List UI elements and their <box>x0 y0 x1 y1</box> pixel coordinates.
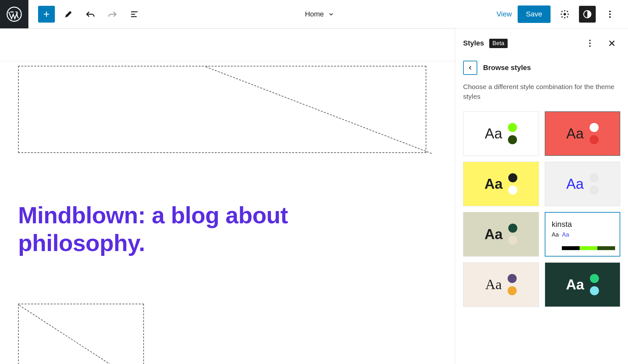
svg-point-8 <box>589 46 591 47</box>
settings-button[interactable] <box>556 6 573 23</box>
style-typography-sample: Aa <box>566 277 584 293</box>
image-placeholder-top[interactable] <box>18 66 426 153</box>
style-variation-card[interactable]: kinsta AaAa <box>545 212 621 257</box>
style-title: kinsta <box>552 220 572 229</box>
style-variation-card[interactable]: Aa <box>463 162 539 206</box>
style-variation-card[interactable]: Aa <box>463 111 539 156</box>
svg-point-4 <box>609 13 611 15</box>
beta-badge: Beta <box>489 39 508 48</box>
template-selector[interactable]: Home <box>143 10 497 18</box>
chevron-left-icon <box>467 65 473 71</box>
style-color-bars <box>562 246 615 250</box>
sidebar-header: Styles Beta <box>455 28 628 58</box>
style-color-dots <box>590 274 599 295</box>
styles-sidebar: Styles Beta Browse styles Choose a diffe… <box>455 28 628 364</box>
more-options-button[interactable] <box>602 6 618 23</box>
sidebar-more-button[interactable] <box>582 35 598 52</box>
toolbar-left-group <box>28 6 143 23</box>
style-color-dots <box>508 274 517 295</box>
style-typography-sample: Aa <box>485 126 502 142</box>
svg-point-7 <box>589 43 591 44</box>
document-overview-button[interactable] <box>126 6 143 23</box>
browse-header: Browse styles <box>463 61 620 75</box>
style-variation-card[interactable]: Aa <box>463 262 539 307</box>
style-variation-card[interactable]: Aa <box>545 111 621 156</box>
svg-point-5 <box>609 16 611 18</box>
style-color-dots <box>508 224 517 245</box>
style-color-dots <box>508 123 517 144</box>
sidebar-title: Styles <box>463 39 484 47</box>
style-variation-card[interactable]: Aa <box>545 262 621 307</box>
chevron-down-icon <box>328 11 334 17</box>
browse-styles-section: Browse styles Choose a different style c… <box>455 58 628 108</box>
style-typography-sample: AaAa <box>552 231 569 238</box>
style-color-dots <box>590 173 599 195</box>
canvas-divider <box>0 61 455 61</box>
styles-grid: Aa Aa Aa Aa Aa <box>455 108 628 310</box>
add-block-button[interactable] <box>38 6 55 23</box>
svg-point-1 <box>563 13 566 15</box>
style-typography-sample: Aa <box>566 126 584 142</box>
browse-title: Browse styles <box>483 64 531 72</box>
style-color-dots <box>508 173 517 195</box>
style-color-dots <box>590 123 599 144</box>
styles-panel-button[interactable] <box>579 6 596 23</box>
back-button[interactable] <box>463 61 477 75</box>
main-wrapper: Mindblown: a blog about philosophy. Styl… <box>0 28 628 364</box>
style-variation-card[interactable]: Aa <box>545 162 621 206</box>
save-button[interactable]: Save <box>518 5 551 23</box>
wordpress-logo[interactable] <box>0 0 28 28</box>
style-variation-card[interactable]: Aa <box>463 212 539 257</box>
edit-button[interactable] <box>60 6 77 23</box>
style-typography-sample: Aa <box>484 226 502 242</box>
close-sidebar-button[interactable] <box>603 35 620 52</box>
view-link[interactable]: View <box>497 10 512 18</box>
style-typography-sample: Aa <box>484 176 502 192</box>
redo-button[interactable] <box>104 6 121 23</box>
style-typography-sample: Aa <box>566 176 584 192</box>
undo-button[interactable] <box>82 6 99 23</box>
svg-point-3 <box>609 10 611 12</box>
page-heading[interactable]: Mindblown: a blog about philosophy. <box>18 201 334 257</box>
editor-canvas[interactable]: Mindblown: a blog about philosophy. <box>0 28 455 364</box>
top-toolbar: Home View Save <box>0 0 628 28</box>
toolbar-right-group: View Save <box>497 5 628 23</box>
style-typography-sample: Aa <box>485 276 502 293</box>
svg-point-6 <box>589 40 591 41</box>
image-placeholder-bottom[interactable] <box>18 304 144 364</box>
template-label: Home <box>305 10 324 18</box>
browse-description: Choose a different style combination for… <box>463 82 620 102</box>
